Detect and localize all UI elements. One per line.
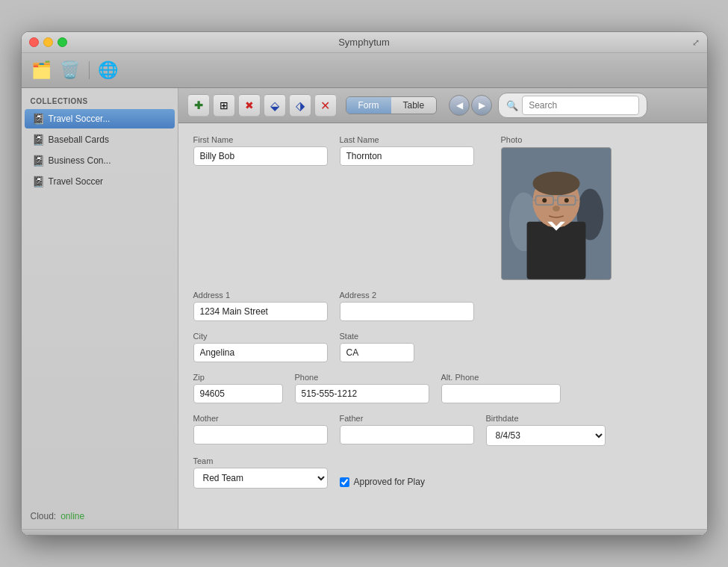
delete-icon: 🗑️ (60, 61, 80, 80)
sidebar-item-label: Baseball Cards (49, 134, 109, 145)
sidebar: COLLECTIONS 📓 Travel Soccer... 📓 Basebal… (22, 88, 178, 529)
collection-icon: 📓 (32, 176, 44, 188)
sidebar-item-label: Travel Soccer... (49, 114, 111, 124)
main-toolbar: 🗂️ 🗑️ 🌐 (22, 53, 707, 88)
folder-icon: 🗂️ (31, 61, 52, 80)
zip-label: Zip (193, 373, 283, 382)
content-toolbar: ✚ ⊞ ✖ ⬙ ⬗ ✕ Form Tabl (178, 88, 707, 123)
toolbar-separator (89, 61, 90, 79)
bottom-bar (22, 529, 707, 535)
alt-phone-label: Alt. Phone (441, 373, 561, 382)
address2-label: Address 2 (340, 291, 474, 300)
last-name-input[interactable] (340, 146, 474, 166)
minimize-button[interactable] (43, 37, 53, 47)
prev-record-button[interactable]: ◀ (449, 95, 470, 116)
export-icon: ✕ (320, 99, 330, 113)
form-row-team: Team Red Team Blue Team Green Team Appro… (193, 456, 692, 489)
window-title: Symphytum (338, 37, 390, 48)
duplicate-record-button[interactable]: ⊞ (213, 94, 235, 117)
globe-icon: 🌐 (98, 61, 118, 80)
approved-checkbox[interactable] (340, 477, 349, 487)
first-name-group: First Name (193, 135, 328, 166)
address1-group: Address 1 (193, 291, 328, 321)
phone-label: Phone (295, 373, 429, 382)
next-record-button[interactable]: ▶ (471, 95, 492, 116)
father-group: Father (340, 414, 474, 444)
city-input[interactable] (193, 343, 328, 362)
form-row-city: City State (193, 332, 692, 362)
city-label: City (193, 332, 328, 341)
approved-label: Approved for Play (354, 477, 425, 487)
globe-button[interactable]: 🌐 (96, 58, 121, 83)
content-area: ✚ ⊞ ✖ ⬙ ⬗ ✕ Form Tabl (178, 88, 707, 529)
address1-input[interactable] (193, 302, 328, 321)
import-button[interactable]: ⬗ (289, 94, 311, 117)
team-group: Team Red Team Blue Team Green Team (193, 456, 328, 489)
team-select[interactable]: Red Team Blue Team Green Team (193, 468, 328, 489)
form-row-name: First Name Last Name Photo (193, 135, 692, 280)
search-box: 🔍 (498, 93, 647, 118)
mother-label: Mother (193, 414, 328, 423)
svg-point-6 (532, 172, 579, 196)
maximize-button[interactable] (57, 37, 67, 47)
photo-image (502, 148, 611, 279)
svg-point-12 (542, 198, 547, 202)
form-view-button[interactable]: Form (346, 97, 391, 114)
delete-button[interactable]: 🗑️ (57, 58, 83, 83)
address2-input[interactable] (340, 302, 474, 321)
form-row-address: Address 1 Address 2 (193, 291, 692, 321)
birthdate-label: Birthdate (486, 414, 606, 423)
last-name-group: Last Name (340, 135, 474, 166)
add-record-button[interactable]: ✚ (187, 94, 210, 117)
close-button[interactable] (29, 37, 39, 47)
import-icon: ⬗ (296, 99, 305, 113)
add-icon: ✚ (194, 99, 203, 111)
svg-point-13 (564, 198, 568, 202)
alt-phone-input[interactable] (441, 384, 561, 403)
cloud-label: Cloud: (31, 511, 57, 521)
svg-point-14 (553, 205, 560, 211)
nav-arrows: ◀ ▶ (449, 95, 492, 116)
birthdate-group: Birthdate 8/4/53 (486, 414, 606, 446)
state-input[interactable] (340, 343, 414, 362)
sidebar-item-label: Business Con... (49, 155, 111, 166)
zip-input[interactable] (193, 384, 283, 403)
export-button[interactable]: ✕ (314, 94, 337, 117)
collections-label: COLLECTIONS (22, 94, 178, 108)
state-label: State (340, 332, 414, 341)
photo-label: Photo (501, 135, 612, 144)
mother-input[interactable] (193, 425, 328, 444)
sidebar-footer: Cloud: online (22, 504, 178, 529)
sidebar-item-travel-soccer[interactable]: 📓 Travel Soccer... (25, 109, 175, 128)
window-controls (29, 37, 67, 47)
search-input[interactable] (522, 96, 639, 115)
form-row-parents: Mother Father Birthdate 8/4/53 (193, 414, 692, 446)
zip-group: Zip (193, 373, 283, 403)
phone-input[interactable] (295, 384, 429, 403)
sidebar-item-baseball-cards[interactable]: 📓 Baseball Cards (25, 130, 175, 149)
expand-icon[interactable]: ⤢ (692, 37, 700, 48)
last-name-label: Last Name (340, 135, 474, 144)
phone-group: Phone (295, 373, 429, 403)
form-area: First Name Last Name Photo (178, 123, 707, 529)
address2-group: Address 2 (340, 291, 474, 321)
city-group: City (193, 332, 328, 362)
father-label: Father (340, 414, 474, 423)
delete-record-button[interactable]: ✖ (238, 94, 261, 117)
sidebar-item-travel-soccer2[interactable]: 📓 Travel Soccer (25, 172, 175, 191)
birthdate-select[interactable]: 8/4/53 (486, 425, 606, 446)
view-toggle: Form Table (346, 96, 438, 114)
alt-phone-group: Alt. Phone (441, 373, 561, 403)
titlebar: Symphytum ⤢ (22, 32, 707, 53)
photo-box (501, 147, 612, 280)
father-input[interactable] (340, 425, 474, 444)
first-name-input[interactable] (193, 146, 328, 166)
table-view-button[interactable]: Table (391, 97, 437, 114)
sync-icon: ⬙ (270, 99, 279, 113)
collection-icon: 📓 (32, 113, 44, 125)
sync-button[interactable]: ⬙ (264, 94, 286, 117)
sidebar-item-business-con[interactable]: 📓 Business Con... (25, 151, 175, 170)
state-group: State (340, 332, 414, 362)
open-file-button[interactable]: 🗂️ (29, 58, 55, 83)
photo-area: Photo (501, 135, 612, 280)
